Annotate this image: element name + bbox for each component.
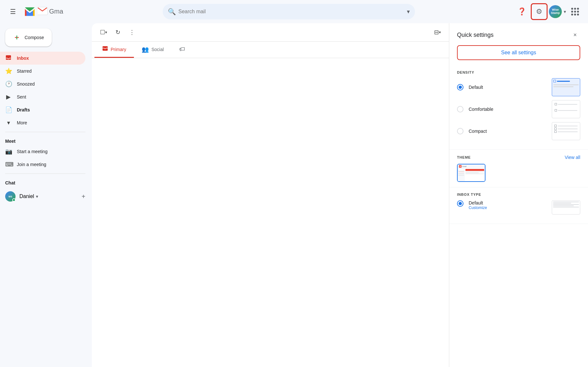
profile-area: WiseStamp ▾: [549, 5, 566, 18]
view-all-themes-link[interactable]: View all: [565, 155, 580, 160]
checkbox-icon: ☐: [100, 29, 105, 36]
density-option-comfortable[interactable]: Comfortable: [457, 100, 580, 118]
density-default-preview: [552, 78, 580, 96]
help-icon: ❓: [517, 7, 526, 16]
settings-icon: ⚙: [536, 7, 542, 16]
sidebar-item-snoozed[interactable]: 🕐 Snoozed: [0, 78, 85, 90]
search-bar-inner: 🔍 ▾: [163, 4, 415, 19]
inbox-type-content: Default Customize: [469, 200, 547, 210]
email-list: [92, 58, 449, 367]
view-dropdown-icon: ▾: [439, 30, 441, 35]
more-icon: ▾: [5, 119, 12, 126]
nav-divider-2: [5, 173, 85, 174]
theme-thumbnails: M Gmail: [457, 164, 580, 182]
keyboard-icon: ⌨: [5, 161, 12, 168]
hamburger-icon: ☰: [10, 8, 16, 16]
sidebar-item-drafts[interactable]: 📄 Drafts: [0, 103, 85, 116]
density-default-radio[interactable]: [457, 84, 463, 90]
density-option-compact[interactable]: Compact: [457, 122, 580, 140]
topbar: ☰ Gmail 🔍 ▾ ❓: [0, 0, 588, 23]
tab-primary[interactable]: Primary: [94, 42, 134, 58]
density-compact-radio[interactable]: [457, 128, 463, 134]
density-section: DENSITY Default: [449, 65, 588, 150]
theme-section-header: THEME View all: [457, 155, 580, 160]
sidebar-item-label-inbox: Inbox: [17, 56, 29, 61]
view-options-button[interactable]: ⊟ ▾: [431, 26, 444, 39]
snooze-icon: 🕐: [5, 80, 12, 88]
svg-text:Gmail: Gmail: [49, 8, 63, 15]
quick-settings-scrollable: DENSITY Default: [449, 65, 588, 367]
chat-user-dropdown-icon: ▾: [36, 194, 38, 199]
hamburger-button[interactable]: ☰: [5, 4, 21, 19]
settings-button[interactable]: ⚙: [531, 3, 548, 20]
density-comfortable-radio[interactable]: [457, 106, 463, 112]
sidebar-item-join-meeting[interactable]: ⌨ Join a meeting: [0, 158, 85, 171]
drafts-icon: 📄: [5, 106, 12, 113]
density-comfortable-preview: [552, 100, 580, 118]
density-section-title: DENSITY: [457, 70, 580, 74]
sidebar-item-label-start-meeting: Start a meeting: [17, 149, 48, 154]
quick-settings-title: Quick settings: [457, 32, 494, 38]
theme-section-title: THEME: [457, 155, 471, 159]
more-options-button[interactable]: ⋮: [125, 26, 138, 39]
inbox-type-customize-link[interactable]: Customize: [469, 205, 547, 210]
tab-primary-label: Primary: [111, 47, 126, 52]
close-icon: ×: [573, 32, 577, 38]
svg-rect-6: [103, 46, 108, 51]
inbox-type-default-radio[interactable]: [457, 200, 463, 207]
apps-button[interactable]: [567, 4, 583, 19]
more-options-icon: ⋮: [129, 29, 135, 36]
nav-divider-1: [5, 132, 85, 132]
email-toolbar: ☐ ▾ ↻ ⋮ ⊟ ▾: [92, 23, 449, 42]
main-layout: Compose Inbox ⭐ Starred 🕐 Snoozed ▶ Sent…: [0, 23, 588, 367]
quick-settings-panel: Quick settings × See all settings DENSIT…: [449, 23, 588, 367]
view-icon: ⊟: [434, 29, 439, 36]
chat-user-daniel[interactable]: WS Daniel ▾ +: [5, 189, 85, 204]
gmail-wordmark: Gmail: [38, 6, 63, 17]
toolbar-right: ⊟ ▾: [431, 26, 444, 39]
select-all-button[interactable]: ☐ ▾: [97, 26, 110, 39]
sidebar-item-starred[interactable]: ⭐ Starred: [0, 65, 85, 78]
inbox-type-option-default[interactable]: Default Customize: [457, 200, 580, 215]
sidebar: Compose Inbox ⭐ Starred 🕐 Snoozed ▶ Sent…: [0, 23, 91, 367]
sidebar-item-sent[interactable]: ▶ Sent: [0, 90, 85, 103]
sidebar-item-label-join-meeting: Join a meeting: [17, 162, 46, 167]
sidebar-item-label-snoozed: Snoozed: [17, 81, 35, 87]
sidebar-item-label-drafts: Drafts: [17, 107, 30, 112]
primary-tab-icon: [102, 46, 108, 53]
search-input[interactable]: [179, 9, 404, 15]
online-status-dot: [12, 198, 16, 202]
sidebar-item-more[interactable]: ▾ More: [0, 116, 85, 129]
meet-section-title: Meet: [0, 135, 91, 145]
profile-dropdown-icon[interactable]: ▾: [564, 9, 566, 14]
search-dropdown-icon[interactable]: ▾: [407, 8, 410, 15]
quick-settings-close-button[interactable]: ×: [570, 30, 580, 40]
compose-button[interactable]: Compose: [5, 28, 52, 47]
chat-add-button[interactable]: +: [82, 193, 85, 200]
tab-social[interactable]: 👥 Social: [134, 42, 171, 58]
avatar[interactable]: WiseStamp: [549, 5, 562, 18]
sidebar-item-inbox[interactable]: Inbox: [0, 52, 85, 65]
chat-user-name-area: Daniel ▾: [19, 194, 38, 199]
grid-dots-icon: [571, 8, 579, 16]
help-button[interactable]: ❓: [514, 4, 529, 19]
search-icon: 🔍: [168, 8, 176, 16]
chat-section: WS Daniel ▾ +: [0, 187, 91, 206]
see-all-settings-button[interactable]: See all settings: [457, 45, 580, 60]
tab-promotions[interactable]: 🏷: [171, 42, 195, 58]
inbox-type-default-preview: [552, 200, 580, 215]
main-content: ☐ ▾ ↻ ⋮ ⊟ ▾ Primary: [92, 23, 449, 367]
density-compact-preview: [552, 122, 580, 140]
send-icon: ▶: [5, 93, 12, 100]
density-compact-label: Compact: [469, 129, 547, 134]
social-tab-icon: 👥: [142, 46, 149, 53]
theme-thumbnail-default[interactable]: M Gmail: [457, 164, 485, 182]
density-comfortable-label: Comfortable: [469, 107, 547, 112]
inbox-icon: [5, 54, 12, 62]
gmail-logo-icon: [23, 5, 36, 18]
sidebar-item-start-meeting[interactable]: 📷 Start a meeting: [0, 145, 85, 158]
density-option-default[interactable]: Default: [457, 78, 580, 96]
tab-social-label: Social: [151, 47, 164, 52]
refresh-button[interactable]: ↻: [111, 26, 124, 39]
inbox-type-default-label: Default: [469, 200, 547, 205]
